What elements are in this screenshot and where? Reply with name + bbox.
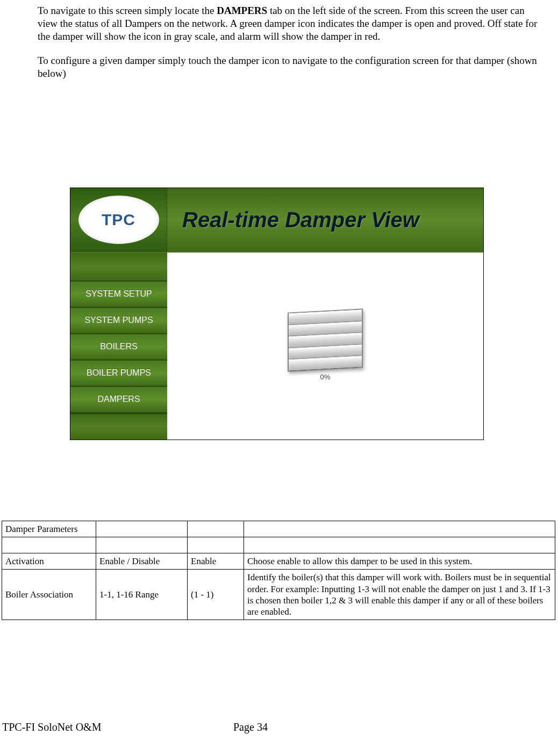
cell-name: Boiler Association <box>2 570 96 620</box>
damper-view-screenshot: TPC Real-time Damper View SYSTEM SETUP S… <box>70 188 484 440</box>
screenshot-title: Real-time Damper View <box>182 208 419 232</box>
damper-parameters-table: Damper Parameters Activation Enable / Di… <box>2 521 555 621</box>
paragraph-1: To navigate to this screen simply locate… <box>38 4 542 42</box>
sidebar-bottom-spacer <box>70 413 167 440</box>
screenshot-body: SYSTEM SETUP SYSTEM PUMPS BOILERS BOILER… <box>70 253 483 440</box>
footer-page-number: Page 34 <box>233 721 268 733</box>
table-row-activation: Activation Enable / Disable Enable Choos… <box>2 553 555 570</box>
damper-percent: 0% <box>288 373 363 381</box>
screenshot-main: 0% <box>167 253 483 440</box>
title-cell: Real-time Damper View <box>167 188 483 252</box>
tab-boilers[interactable]: BOILERS <box>70 334 167 361</box>
sidebar: SYSTEM SETUP SYSTEM PUMPS BOILERS BOILER… <box>70 253 167 440</box>
cell-range: Enable / Disable <box>96 553 188 570</box>
tab-boiler-pumps[interactable]: BOILER PUMPS <box>70 361 167 387</box>
damper-device[interactable]: 0% <box>288 311 363 381</box>
dampers-bold: DAMPERS <box>217 5 267 16</box>
cell-desc: Choose enable to allow this damper to be… <box>244 553 555 570</box>
tpc-logo: TPC <box>78 196 159 244</box>
paragraph-2: To configure a given damper simply touch… <box>38 54 542 80</box>
cell-desc: Identify the boiler(s) that this damper … <box>244 570 555 620</box>
sidebar-top-spacer <box>70 253 167 282</box>
logo-text: TPC <box>102 211 135 229</box>
cell-range: 1-1, 1-16 Range <box>96 570 188 620</box>
table-header-row: Damper Parameters <box>2 521 555 537</box>
table-blank-row <box>2 537 555 553</box>
para1-pre: To navigate to this screen simply locate… <box>38 5 217 16</box>
screenshot-header: TPC Real-time Damper View <box>70 188 483 253</box>
cell-default: Enable <box>188 553 244 570</box>
page-footer: TPC-FI SoloNet O&M Page 34 <box>2 721 556 733</box>
table-header: Damper Parameters <box>2 521 96 537</box>
logo-cell: TPC <box>70 188 167 252</box>
tab-system-setup[interactable]: SYSTEM SETUP <box>70 282 167 308</box>
footer-doc-title: TPC-FI SoloNet O&M <box>2 721 101 733</box>
damper-icon <box>288 309 363 372</box>
cell-name: Activation <box>2 553 96 570</box>
tab-dampers[interactable]: DAMPERS <box>70 387 167 413</box>
tab-system-pumps[interactable]: SYSTEM PUMPS <box>70 308 167 334</box>
table-row-boiler-assoc: Boiler Association 1-1, 1-16 Range (1 - … <box>2 570 555 620</box>
cell-default: (1 - 1) <box>188 570 244 620</box>
